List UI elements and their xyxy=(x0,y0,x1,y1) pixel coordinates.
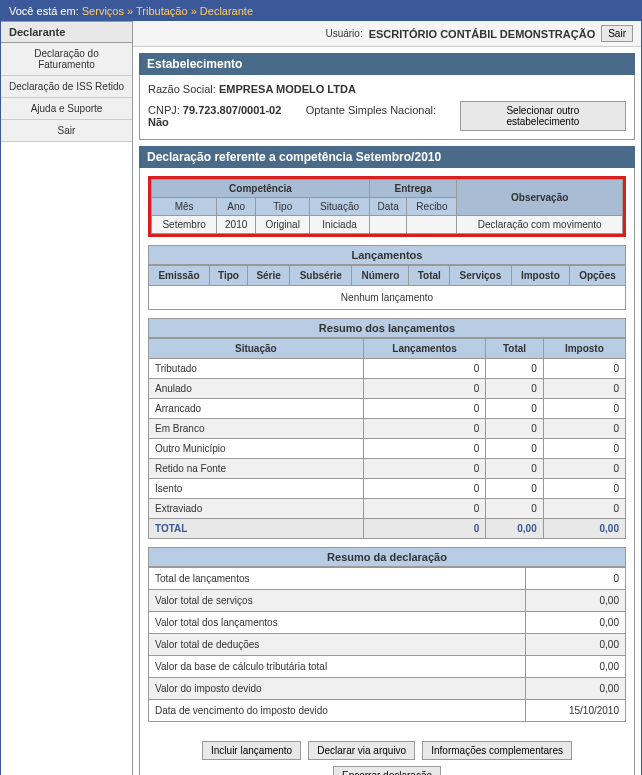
razao-value: EMPRESA MODELO LTDA xyxy=(219,83,356,95)
rl-th-lanc: Lançamentos xyxy=(363,339,486,359)
th-subserie: Subsérie xyxy=(290,266,352,286)
rl-l: 0 xyxy=(363,439,486,459)
rd-label: Valor do imposto devido xyxy=(149,678,526,700)
rl-total-t: 0,00 xyxy=(486,519,543,539)
rl-t: 0 xyxy=(486,499,543,519)
rl-label: Outro Município xyxy=(149,439,364,459)
th-opcoes: Opções xyxy=(570,266,626,286)
rl-l: 0 xyxy=(363,399,486,419)
td-situacao: Iniciada xyxy=(310,216,370,234)
rl-l: 0 xyxy=(363,499,486,519)
rl-label: Anulado xyxy=(149,379,364,399)
rl-l: 0 xyxy=(363,459,486,479)
sidebar-item-ajuda[interactable]: Ajuda e Suporte xyxy=(1,98,132,120)
breadcrumb-prefix: Você está em: xyxy=(9,5,79,17)
rl-t: 0 xyxy=(486,399,543,419)
rl-i: 0 xyxy=(543,419,625,439)
declarar-arquivo-button[interactable]: Declarar via arquivo xyxy=(308,741,415,760)
resumo-lanc-row: Tributado000 xyxy=(149,359,626,379)
th-recibo: Recibo xyxy=(407,198,457,216)
cnpj-label: CNPJ: xyxy=(148,104,180,116)
sidebar-item-faturamento[interactable]: Declaração do Faturamento xyxy=(1,43,132,76)
td-ano: 2010 xyxy=(217,216,256,234)
rl-l: 0 xyxy=(363,359,486,379)
rl-t: 0 xyxy=(486,379,543,399)
resumo-dec-title: Resumo da declaração xyxy=(148,547,626,567)
resumo-dec-row: Valor total de serviços0,00 xyxy=(149,590,626,612)
rl-th-imposto: Imposto xyxy=(543,339,625,359)
rl-t: 0 xyxy=(486,439,543,459)
rl-i: 0 xyxy=(543,379,625,399)
rl-total-label: TOTAL xyxy=(149,519,364,539)
rd-val: 15/10/2010 xyxy=(526,700,626,722)
th-tipo: Tipo xyxy=(256,198,310,216)
breadcrumb-servicos[interactable]: Serviços xyxy=(82,5,124,17)
td-obs: Declaração com movimento xyxy=(457,216,623,234)
userbar: Usuário: ESCRITÓRIO CONTÁBIL DEMONSTRAÇÃ… xyxy=(133,21,641,47)
td-mes: Setembro xyxy=(152,216,217,234)
declaracao-header: Declaração referente a competência Setem… xyxy=(139,146,635,168)
rl-i: 0 xyxy=(543,479,625,499)
breadcrumb-tributacao[interactable]: Tributação xyxy=(136,5,188,17)
action-bar: Incluir lançamento Declarar via arquivo … xyxy=(148,730,626,775)
th-entrega: Entrega xyxy=(369,180,457,198)
rl-i: 0 xyxy=(543,439,625,459)
rd-val: 0,00 xyxy=(526,678,626,700)
rl-total-i: 0,00 xyxy=(543,519,625,539)
rl-label: Extraviado xyxy=(149,499,364,519)
competencia-box: Competência Entrega Observação Mês Ano T… xyxy=(148,176,626,237)
simples-value: Não xyxy=(148,116,169,128)
rl-label: Tributado xyxy=(149,359,364,379)
rl-th-situacao: Situação xyxy=(149,339,364,359)
resumo-dec-row: Valor da base de cálculo tributária tota… xyxy=(149,656,626,678)
th-serie: Série xyxy=(248,266,290,286)
resumo-lanc-row: Extraviado000 xyxy=(149,499,626,519)
sidebar-active: Declarante xyxy=(1,21,132,43)
rd-val: 0,00 xyxy=(526,590,626,612)
th-numero: Número xyxy=(352,266,409,286)
sidebar-item-sair[interactable]: Sair xyxy=(1,120,132,142)
rd-label: Valor total dos lançamentos xyxy=(149,612,526,634)
rl-l: 0 xyxy=(363,379,486,399)
rl-t: 0 xyxy=(486,359,543,379)
breadcrumb-declarante[interactable]: Declarante xyxy=(200,5,253,17)
selecionar-estabelecimento-button[interactable]: Selecionar outro estabelecimento xyxy=(460,101,626,131)
resumo-lanc-row: Arrancado000 xyxy=(149,399,626,419)
incluir-lancamento-button[interactable]: Incluir lançamento xyxy=(202,741,301,760)
rd-val: 0 xyxy=(526,568,626,590)
th-servicos: Serviços xyxy=(450,266,512,286)
rl-label: Em Branco xyxy=(149,419,364,439)
th-emissao: Emissão xyxy=(149,266,210,286)
rl-label: Retido na Fonte xyxy=(149,459,364,479)
rd-val: 0,00 xyxy=(526,612,626,634)
sidebar: Declarante Declaração do Faturamento Dec… xyxy=(1,21,133,775)
rl-i: 0 xyxy=(543,499,625,519)
resumo-dec-row: Valor total de deduções0,00 xyxy=(149,634,626,656)
resumo-dec-row: Data de vencimento do imposto devido15/1… xyxy=(149,700,626,722)
encerrar-declaracao-button[interactable]: Encerrar declaração xyxy=(333,766,441,775)
sidebar-item-iss-retido[interactable]: Declaração de ISS Retido xyxy=(1,76,132,98)
th-total: Total xyxy=(409,266,450,286)
rl-l: 0 xyxy=(363,419,486,439)
userbar-label: Usuário: xyxy=(325,28,362,39)
resumo-dec-row: Total de lançamentos0 xyxy=(149,568,626,590)
rl-t: 0 xyxy=(486,459,543,479)
rl-th-total: Total xyxy=(486,339,543,359)
lanc-empty: Nenhum lançamento xyxy=(149,286,626,310)
rd-val: 0,00 xyxy=(526,656,626,678)
resumo-lanc-row: Em Branco000 xyxy=(149,419,626,439)
th-ano: Ano xyxy=(217,198,256,216)
th-competencia: Competência xyxy=(152,180,370,198)
rl-t: 0 xyxy=(486,419,543,439)
resumo-lanc-row: Anulado000 xyxy=(149,379,626,399)
cnpj-value: 79.723.807/0001-02 xyxy=(183,104,281,116)
rd-label: Valor total de deduções xyxy=(149,634,526,656)
exit-button[interactable]: Sair xyxy=(601,25,633,42)
breadcrumb: Você está em: Serviços » Tributação » De… xyxy=(1,1,641,21)
rd-label: Total de lançamentos xyxy=(149,568,526,590)
rl-t: 0 xyxy=(486,479,543,499)
info-complementares-button[interactable]: Informações complementares xyxy=(422,741,572,760)
rl-label: Arrancado xyxy=(149,399,364,419)
userbar-user: ESCRITÓRIO CONTÁBIL DEMONSTRAÇÃO xyxy=(369,28,596,40)
rd-label: Valor da base de cálculo tributária tota… xyxy=(149,656,526,678)
